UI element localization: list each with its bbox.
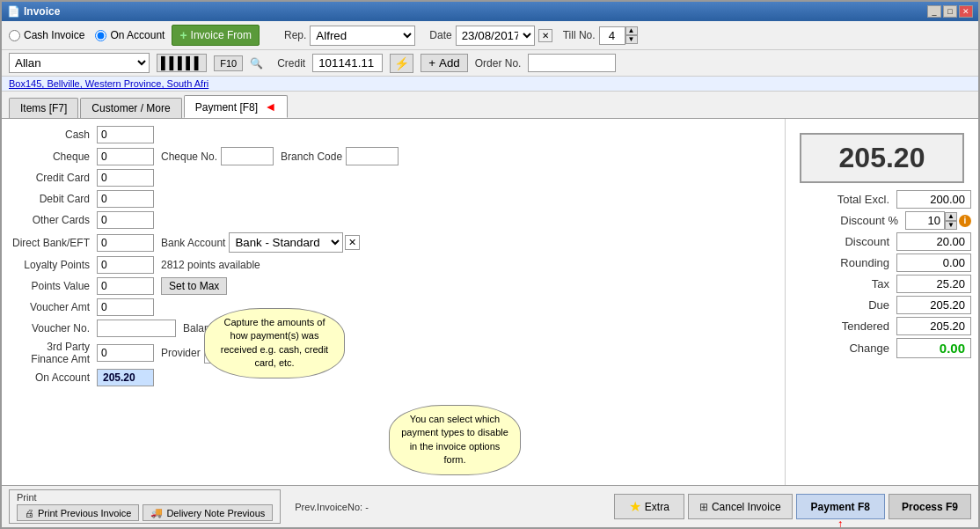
discount-pct-input[interactable] [905,211,945,230]
till-down-arrow[interactable]: ▼ [625,35,638,44]
discount-down-arrow[interactable]: ▼ [945,221,957,230]
voucher-amt-input[interactable] [97,298,154,316]
f10-button[interactable]: F10 [214,55,243,71]
cash-input[interactable] [97,126,154,143]
tab-customer[interactable]: Customer / More [80,98,181,118]
refresh-button[interactable]: ⚡ [390,54,413,73]
action-buttons: ★ Extra ⊞ Cancel Invoice Payment F8 ↑ Pr… [614,494,971,519]
due-label: Due [793,298,896,312]
direct-bank-input[interactable] [97,234,154,252]
tendered-label: Tendered [793,320,896,333]
truck-icon: 🚚 [150,507,163,518]
amount-display: 205.20 [800,133,964,183]
cheque-no-input[interactable] [221,147,274,165]
print-previous-label: Print Previous Invoice [38,508,131,518]
rep-label: Rep. [284,29,306,41]
till-up-arrow[interactable]: ▲ [625,26,638,35]
points-value-input[interactable] [97,277,154,295]
tab-payment[interactable]: Payment [F8] ◄ [184,95,289,118]
third-party-input[interactable] [97,344,154,362]
address-link[interactable]: Box145, Bellville, Western Province, Sou… [9,78,208,89]
branch-input[interactable] [346,147,399,165]
date-select[interactable]: 23/08/2017 [456,26,535,46]
info-icon[interactable]: i [959,215,971,227]
till-spinner: ▲ ▼ [599,26,638,45]
debit-card-input[interactable] [97,190,154,208]
bank-account-select[interactable]: Bank - Standard [229,232,343,253]
cancel-label: Cancel Invoice [712,501,781,513]
bank-account-label: Bank Account [161,237,225,249]
set-to-max-button[interactable]: Set to Max [161,277,227,295]
cancel-invoice-button[interactable]: ⊞ Cancel Invoice [688,494,793,519]
loyalty-row: Loyalty Points 2812 points available [9,256,778,274]
process-f9-button[interactable]: Process F9 [889,494,971,519]
print-label: Print [17,492,273,503]
cheque-input[interactable] [97,148,154,165]
on-account-input[interactable] [97,369,154,386]
tooltip-capture-text: Capture the amounts of how payment(s) wa… [221,317,328,368]
discount-up-arrow[interactable]: ▲ [945,212,957,221]
loyalty-points-input[interactable] [97,256,154,274]
payment-f8-button[interactable]: Payment F8 ↑ [796,494,885,519]
add-button[interactable]: + Add [421,54,468,72]
discount-label: Discount [793,235,896,248]
loyalty-points-label: Loyalty Points [9,259,97,271]
add-label: Add [439,56,460,70]
cash-invoice-radio[interactable] [9,30,20,41]
print-previous-button[interactable]: 🖨 Print Previous Invoice [17,504,139,521]
rounding-label: Rounding [793,256,896,269]
search-icon: 🔍 [250,57,263,70]
customer-select[interactable]: Allan [9,53,150,73]
credit-input[interactable] [312,54,383,72]
till-arrows: ▲ ▼ [625,26,638,44]
up-arrow-icon: ↑ [837,517,844,529]
bottom-bar: Print 🖨 Print Previous Invoice 🚚 Deliver… [2,485,978,527]
discount-pct-spinner: ▲ ▼ [905,211,957,230]
print-group: Print 🖨 Print Previous Invoice 🚚 Deliver… [9,489,281,524]
bank-clear-button[interactable]: ✕ [345,235,360,250]
till-label: Till No. [563,29,596,41]
other-cards-row: Other Cards [9,211,778,229]
totals-panel: 205.20 Total Excl. Discount % ▲ ▼ i Dis [785,119,978,485]
window-icon: 📄 [7,5,20,18]
provider-label: Provider [161,347,201,359]
barcode-icon: ▌▌▌▌▌ [161,56,202,70]
cash-invoice-radio-item: Cash Invoice [9,29,84,41]
loyalty-available-text: 2812 points available [161,259,260,271]
delivery-note-button[interactable]: 🚚 Delivery Note Previous [143,504,273,521]
amount-large-text: 205.20 [839,142,925,173]
tab-items[interactable]: Items [F7] [9,98,78,118]
address-row: Box145, Bellville, Western Province, Sou… [2,77,978,92]
extra-button[interactable]: ★ Extra [614,494,684,519]
points-value-row: Points Value Set to Max [9,277,778,295]
voucher-amt-label: Voucher Amt [9,301,97,313]
close-button[interactable]: ✕ [959,5,973,18]
on-account-label: On Account [110,29,165,41]
on-account-radio[interactable] [95,30,106,41]
payment-f8-label: Payment F8 [811,501,870,513]
order-input[interactable] [528,54,616,72]
credit-card-row: Credit Card [9,169,778,187]
invoice-from-button[interactable]: + Invoice From [172,25,260,46]
other-cards-label: Other Cards [9,214,97,226]
credit-card-label: Credit Card [9,172,97,184]
restore-button[interactable]: □ [943,5,957,18]
minimize-button[interactable]: _ [927,5,941,18]
direct-bank-row: Direct Bank/EFT Bank Account Bank - Stan… [9,232,778,253]
voucher-no-input[interactable] [97,320,176,337]
prev-invoice-no: Prev.InvoiceNo: - [295,502,369,512]
barcode-button[interactable]: ▌▌▌▌▌ [157,54,207,72]
third-party-label: 3rd Party Finance Amt [9,341,97,365]
title-bar-left: 📄 Invoice [7,5,60,18]
credit-card-input[interactable] [97,169,154,187]
tab-arrow-icon: ◄ [264,99,276,114]
other-cards-input[interactable] [97,211,154,229]
rep-select[interactable]: Alfred [310,26,415,46]
plus-icon: + [179,28,186,42]
date-clear-button[interactable]: ✕ [538,29,552,42]
till-input[interactable] [599,26,625,45]
third-party-row: 3rd Party Finance Amt Provider [ Select … [9,341,778,365]
on-account-label: On Account [9,371,97,384]
voucher-no-label: Voucher No. [9,322,97,334]
star-icon: ★ [629,498,641,515]
